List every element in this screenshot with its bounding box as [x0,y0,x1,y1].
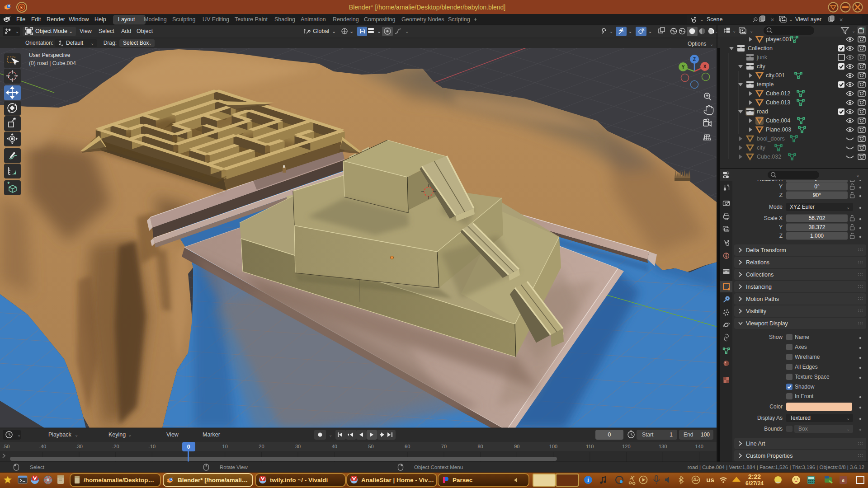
svg-text:Texture Paint: Texture Paint [235,16,268,23]
svg-text:Cube.032: Cube.032 [757,154,781,160]
svg-text:ViewLayer: ViewLayer [795,16,821,23]
svg-text:⌄: ⌄ [648,29,652,34]
svg-text:Motion Paths: Motion Paths [746,296,779,302]
svg-text:Select: Select [30,465,45,470]
svg-text:Blender* [/home/amali…: Blender* [/home/amali… [178,477,248,483]
svg-text:0: 0 [608,432,611,438]
svg-text:Keying: Keying [108,432,126,438]
svg-text:-10: -10 [148,444,156,449]
svg-text:Display As: Display As [757,415,783,421]
svg-text:Cube.012: Cube.012 [766,90,790,97]
svg-text:-50: -50 [3,444,10,449]
svg-text:Mode: Mode [769,204,783,210]
svg-text:Playback: Playback [48,432,71,438]
svg-text:Y: Y [779,224,783,230]
svg-text:Wireframe: Wireframe [795,354,820,360]
svg-text:/home/amalie/Desktop…: /home/amalie/Desktop… [84,477,154,483]
svg-text:Rendering: Rendering [333,16,359,23]
svg-text:Shadow: Shadow [795,384,815,390]
svg-text:✕: ✕ [770,17,774,23]
svg-text:120: 120 [622,444,630,449]
svg-text:Axes: Axes [795,344,807,350]
svg-text:2:22: 2:22 [748,473,761,480]
svg-text:Layout: Layout [118,16,135,23]
svg-text:Z: Z [779,192,783,198]
svg-text:38.372: 38.372 [809,224,826,230]
svg-text:Show: Show [769,334,783,340]
svg-text:⌄: ⌄ [700,17,703,22]
svg-text:Rotate View: Rotate View [220,465,248,470]
svg-text:90: 90 [514,444,519,449]
svg-text:Bounds: Bounds [764,426,783,432]
svg-text:110: 110 [586,444,594,449]
svg-text:⌄: ⌄ [17,432,21,437]
svg-text:Select Box: Select Box [123,40,149,46]
svg-text:⌄: ⌄ [856,172,860,178]
svg-text:✕: ✕ [860,146,863,150]
svg-text:56.702: 56.702 [809,215,826,221]
svg-text:60: 60 [405,444,410,449]
svg-text:Start: Start [642,432,654,438]
svg-text:-20: -20 [112,444,119,449]
svg-text:0°: 0° [814,183,820,190]
svg-text:Cube.004: Cube.004 [766,117,790,124]
svg-text:Global: Global [313,28,329,34]
svg-text:Object Context Menu: Object Context Menu [414,465,463,470]
svg-text:Delta Transform: Delta Transform [746,247,786,253]
svg-text:⌄: ⌄ [90,41,94,46]
svg-text:⌄: ⌄ [628,29,632,34]
svg-text:0: 0 [187,444,190,450]
svg-text:⌄: ⌄ [405,29,409,34]
svg-text:Modeling: Modeling [144,16,167,23]
svg-text:⌄: ⌄ [750,28,753,33]
svg-text:Animation: Animation [301,16,326,23]
svg-text:80: 80 [477,444,483,449]
svg-text:1: 1 [670,432,673,438]
svg-text:(0) road | Cube.004: (0) road | Cube.004 [29,60,76,66]
svg-text:⌄: ⌄ [609,29,613,34]
svg-text:✕: ✕ [839,17,843,23]
svg-text:User Perspective: User Perspective [29,52,71,58]
svg-text:Select: Select [99,28,114,34]
svg-text:1.000: 1.000 [810,233,824,239]
svg-text:⌄: ⌄ [789,17,793,22]
svg-text:twily.info ~/ - Vivaldi: twily.info ~/ - Vivaldi [270,477,328,483]
svg-text:AnalieStar | Home - Viv…: AnalieStar | Home - Viv… [361,477,434,483]
svg-text:50: 50 [368,444,373,449]
svg-text:Relations: Relations [746,259,769,266]
svg-text:⌄: ⌄ [377,28,381,34]
svg-text:Plane.003: Plane.003 [766,127,791,133]
svg-text:40: 40 [332,444,337,449]
svg-text:-40: -40 [39,444,46,449]
svg-text:Custom Properties: Custom Properties [746,453,793,459]
svg-text:Render: Render [47,16,65,23]
svg-text:+: + [474,16,477,23]
svg-text:⌄: ⌄ [846,205,850,210]
svg-text:road: road [757,108,768,115]
svg-text:⌄: ⌄ [75,432,78,437]
svg-text:⌄: ⌄ [846,427,850,432]
svg-text:⌄: ⌄ [332,28,336,34]
svg-text:Instancing: Instancing [746,284,772,290]
svg-text:Texture Space: Texture Space [795,374,830,380]
svg-text:⌄: ⌄ [148,41,152,46]
svg-text:30: 30 [295,444,301,449]
svg-text:View: View [166,432,179,438]
svg-text:Z: Z [693,57,696,62]
svg-text:junk: junk [756,54,768,61]
svg-text:⌄: ⌄ [329,432,332,437]
svg-text:Textured: Textured [790,415,811,421]
svg-text:Cube.013: Cube.013 [766,99,790,106]
svg-text:140: 140 [695,444,703,449]
svg-text:Object Mode: Object Mode [35,28,67,34]
svg-text:road | Cube.004 | Verts:1,884: road | Cube.004 | Verts:1,884 | Faces:1,… [688,465,864,470]
svg-text:⌄: ⌄ [852,28,855,33]
svg-text:10: 10 [222,444,228,449]
svg-text:⌄: ⌄ [15,29,19,34]
svg-text:100: 100 [549,444,557,449]
svg-text:⌄: ⌄ [69,28,73,34]
svg-text:All Edges: All Edges [795,364,818,370]
svg-text:Edit: Edit [31,16,41,23]
svg-text:Marker: Marker [203,432,220,438]
svg-text:Name: Name [795,334,809,340]
